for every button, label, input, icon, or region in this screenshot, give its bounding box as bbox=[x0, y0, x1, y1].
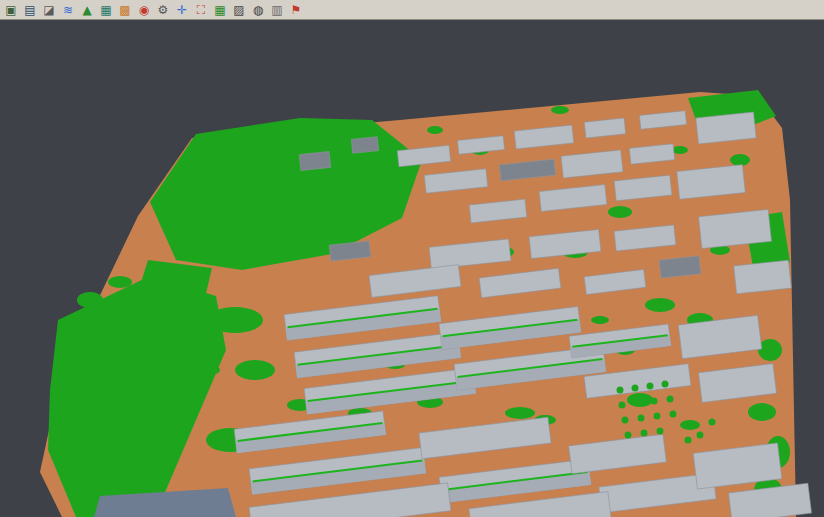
tree-dot bbox=[641, 430, 648, 437]
building-roof bbox=[659, 256, 701, 278]
table-icon[interactable]: ▥ bbox=[268, 1, 286, 19]
toolbar: ▣▤◪≋▲▦▩◉⚙✛⛶▦▨◍▥⚑ bbox=[0, 0, 824, 20]
tree-dot bbox=[622, 417, 629, 424]
application-window: ▣▤◪≋▲▦▩◉⚙✛⛶▦▨◍▥⚑ bbox=[0, 0, 824, 517]
vegetation-blob bbox=[748, 403, 776, 421]
ortho-layer-icon[interactable]: ▩ bbox=[116, 1, 134, 19]
vegetation-blob bbox=[235, 360, 275, 380]
vegetation-blob bbox=[183, 314, 207, 326]
vegetation-blob bbox=[680, 420, 700, 430]
vegetation-blob bbox=[427, 126, 443, 134]
vegetation-blob bbox=[672, 146, 688, 154]
grid-layer-icon[interactable]: ▦ bbox=[97, 1, 115, 19]
settings-icon[interactable]: ⚙ bbox=[154, 1, 172, 19]
building bbox=[734, 260, 792, 294]
building-roof bbox=[699, 209, 772, 248]
flag-icon[interactable]: ⚑ bbox=[287, 1, 305, 19]
building-roof bbox=[734, 260, 792, 294]
building-roof bbox=[351, 137, 378, 154]
tree-dot bbox=[651, 398, 658, 405]
building bbox=[351, 137, 378, 154]
fullscreen-icon[interactable]: ⛶ bbox=[192, 1, 210, 19]
import-data-icon[interactable]: ▤ bbox=[21, 1, 39, 19]
toolbar-icons: ▣▤◪≋▲▦▩◉⚙✛⛶▦▨◍▥⚑ bbox=[2, 1, 305, 19]
tree-dot bbox=[635, 400, 642, 407]
record-icon[interactable]: ◉ bbox=[135, 1, 153, 19]
3d-viewport[interactable] bbox=[0, 20, 824, 517]
tree-dot bbox=[685, 437, 692, 444]
classification-icon[interactable]: ▦ bbox=[211, 1, 229, 19]
tree-dot bbox=[638, 415, 645, 422]
globe-icon[interactable]: ◍ bbox=[249, 1, 267, 19]
vegetation-blob bbox=[505, 407, 535, 419]
vegetation-blob bbox=[645, 298, 675, 312]
building bbox=[699, 209, 772, 248]
open-project-icon[interactable]: ▣ bbox=[2, 1, 20, 19]
tree-dot bbox=[647, 383, 654, 390]
vegetation-blob bbox=[591, 316, 609, 324]
vegetation-blob bbox=[77, 292, 103, 308]
tree-dot bbox=[667, 396, 674, 403]
tree-dot bbox=[654, 413, 661, 420]
vegetation-blob bbox=[758, 339, 782, 361]
vegetation-layer-icon[interactable]: ▲ bbox=[78, 1, 96, 19]
tree-dot bbox=[617, 387, 624, 394]
building bbox=[659, 256, 701, 278]
pan-tool-icon[interactable]: ✛ bbox=[173, 1, 191, 19]
point-cloud-scene[interactable] bbox=[0, 20, 824, 517]
profile-view-icon[interactable]: ◪ bbox=[40, 1, 58, 19]
vegetation-blob bbox=[551, 106, 569, 114]
tree-dot bbox=[670, 411, 677, 418]
vegetation-blob bbox=[730, 154, 750, 166]
building-roof bbox=[299, 151, 331, 170]
tree-dot bbox=[697, 432, 704, 439]
tree-dot bbox=[662, 381, 669, 388]
tree-dot bbox=[657, 428, 664, 435]
tree-dot bbox=[619, 402, 626, 409]
hillshade-icon[interactable]: ▨ bbox=[230, 1, 248, 19]
vegetation-blob bbox=[108, 276, 132, 288]
vegetation-blob bbox=[207, 307, 263, 333]
vegetation-blob bbox=[608, 206, 632, 218]
tree-dot bbox=[625, 432, 632, 439]
tree-dot bbox=[709, 419, 716, 426]
building bbox=[299, 151, 331, 170]
water-layer-icon[interactable]: ≋ bbox=[59, 1, 77, 19]
vegetation-blob bbox=[200, 365, 220, 375]
tree-dot bbox=[632, 385, 639, 392]
